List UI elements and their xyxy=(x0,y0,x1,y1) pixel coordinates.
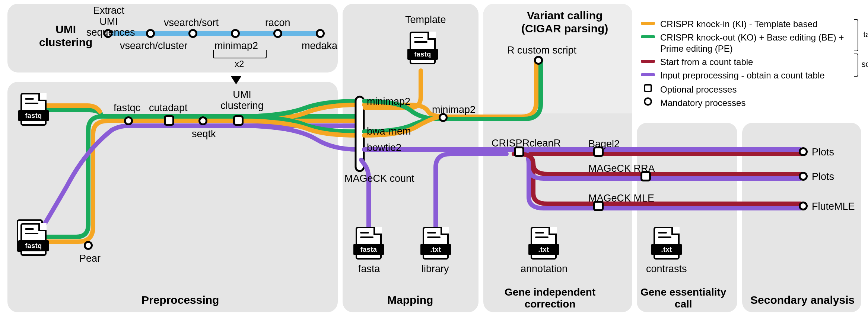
mageck-mle-node xyxy=(593,201,604,211)
legend-screening-label: screening xyxy=(862,59,868,69)
mapping-title: Mapping xyxy=(387,294,433,306)
annotation-file-icon: .txt xyxy=(531,227,557,260)
umi-clustering-proc-label: UMI clustering xyxy=(220,89,264,111)
r-script-label: R custom script xyxy=(507,45,576,56)
mageck-count-label: MAGeCK count xyxy=(344,173,414,184)
cutadapt-label: cutadapt xyxy=(149,102,188,114)
fasta-file-label: fasta xyxy=(358,263,380,275)
seqtk-label: seqtk xyxy=(192,128,216,140)
legend: CRISPR knock-in (KI) - Template based CR… xyxy=(641,19,853,111)
contrasts-file-icon: .txt xyxy=(654,227,680,260)
umi-extract-label: Extract UMI sequences xyxy=(86,5,131,38)
cutadapt-node xyxy=(164,115,174,126)
template-fastq-file-icon: fastq xyxy=(410,32,436,64)
legend-swatch-purple xyxy=(641,73,655,76)
contrasts-file-label: contrasts xyxy=(646,263,687,275)
plots1-node xyxy=(799,147,808,156)
legend-optional: Optional processes xyxy=(641,84,853,95)
umi-minimap2-node xyxy=(231,29,240,38)
flutemle-node xyxy=(799,202,808,210)
legend-targeted-label: targeted xyxy=(863,30,868,39)
bwa-mem-label: bwa-mem xyxy=(367,126,411,137)
legend-start-count: Start from a count table xyxy=(641,57,853,68)
legend-swatch-green xyxy=(641,35,655,38)
gene-essentiality-box xyxy=(637,123,737,312)
legend-mandatory: Mandatory processes xyxy=(641,97,853,109)
umi-clustering-node xyxy=(233,115,244,126)
bagel2-node xyxy=(593,146,604,157)
template-label: Template xyxy=(405,14,446,26)
umi-vsearch-cluster-label: vsearch/cluster xyxy=(120,40,188,52)
umi-racon-label: racon xyxy=(265,17,290,29)
seqtk-node xyxy=(198,116,207,125)
fastq-stacked-file-icon: fastq xyxy=(20,223,47,256)
legend-bracket-screening xyxy=(854,54,858,77)
umi-racon-node xyxy=(273,29,282,38)
mageck-rra-node xyxy=(640,171,651,181)
legend-swatch-red xyxy=(641,60,655,63)
plots2-node xyxy=(799,172,808,181)
legend-bracket-targeted xyxy=(854,19,858,51)
r-script-node xyxy=(534,56,543,65)
gene-essentiality-title: Gene essentiality call xyxy=(640,286,726,310)
umi-medaka-node xyxy=(316,29,325,38)
legend-optional-icon xyxy=(644,84,652,92)
pear-node xyxy=(84,241,93,250)
minimap2-right-node xyxy=(439,113,448,122)
umi-minimap2-label: minimap2 xyxy=(214,40,258,52)
umi-vsearch-sort-label: vsearch/sort xyxy=(164,17,219,29)
umi-medaka-label: medaka xyxy=(302,40,337,52)
library-file-icon: .txt xyxy=(423,227,449,260)
fasta-file-icon: fasta xyxy=(356,227,382,260)
legend-swatch-orange xyxy=(641,22,655,25)
arrow-down-icon xyxy=(231,76,241,84)
legend-mandatory-icon xyxy=(644,97,652,106)
umi-clustering-title: UMI clustering xyxy=(39,23,92,49)
plots1-label: Plots xyxy=(812,146,834,158)
plots2-label: Plots xyxy=(812,171,834,183)
fastqc-label: fastqc xyxy=(114,102,140,114)
legend-input-prep: Input preprocessing - obtain a count tab… xyxy=(641,70,853,81)
fastq-single-file-icon: fastq xyxy=(20,93,47,126)
pipeline-diagram: Extract UMI sequences vsearch/cluster vs… xyxy=(0,0,868,322)
umi-vsearch-cluster-node xyxy=(146,29,155,38)
minimap2-right-label: minimap2 xyxy=(432,104,476,116)
variant-calling-title: Variant calling (CIGAR parsing) xyxy=(521,9,608,35)
pear-label: Pear xyxy=(79,253,101,264)
bowtie2-label: bowtie2 xyxy=(367,142,401,154)
crisprcleanr-node xyxy=(514,146,524,157)
annotation-file-label: annotation xyxy=(521,263,567,275)
legend-ki: CRISPR knock-in (KI) - Template based xyxy=(641,19,853,30)
gene-independent-title: Gene independent correction xyxy=(505,286,595,310)
library-file-label: library xyxy=(422,263,449,275)
flutemle-label: FluteMLE xyxy=(812,201,855,212)
preprocessing-title: Preprocessing xyxy=(142,294,219,306)
legend-ko: CRISPR knock-out (KO) + Base editing (BE… xyxy=(641,32,853,54)
umi-vsearch-sort-node xyxy=(188,29,197,38)
crisprcleanr-label: CRISPRcleanR xyxy=(492,138,561,149)
secondary-analysis-title: Secondary analysis xyxy=(750,294,855,306)
fastqc-node xyxy=(124,116,133,125)
minimap2-top-label: minimap2 xyxy=(367,96,410,107)
umi-x2-label: x2 xyxy=(235,59,244,69)
